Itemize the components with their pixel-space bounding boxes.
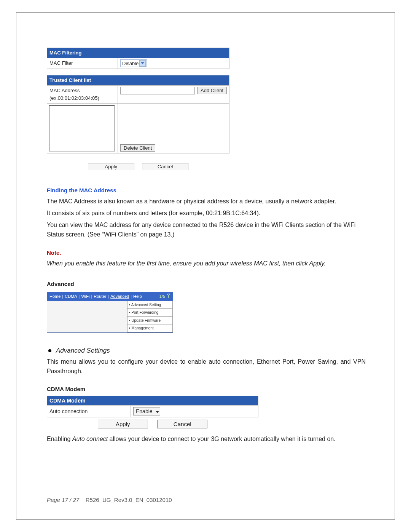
cdma-apply-button[interactable]: Apply	[98, 420, 148, 428]
nav-item: WiFi	[81, 293, 89, 300]
mac-filter-dropdown[interactable]: Disable	[120, 59, 147, 67]
add-client-button[interactable]: Add Client	[197, 87, 227, 94]
nav-item: Help	[133, 293, 142, 300]
antenna-icon	[167, 293, 170, 300]
submenu-item: • Management	[127, 324, 173, 332]
trusted-header: Trusted Client list	[47, 75, 229, 85]
note-heading: Note.	[47, 248, 366, 257]
advanced-settings-label: Advanced Settings	[56, 346, 110, 356]
mac-filter-dropdown-value: Disable	[122, 61, 139, 66]
chevron-down-icon	[156, 408, 159, 414]
cdma-after-text: Enabling Auto connect allows your device…	[47, 435, 366, 444]
nav-item: Home	[49, 293, 61, 300]
page-number: Page 17 / 27	[47, 497, 79, 503]
cdma-header: CDMA Modem	[47, 396, 258, 405]
finding-mac-p2: It consists of six pairs of numbers and …	[47, 209, 366, 218]
mac-address-input[interactable]	[120, 87, 195, 94]
mac-filtering-table: MAC Filtering MAC Filter Disable	[47, 48, 229, 69]
submenu-item: • Port Forwarding	[127, 309, 173, 317]
advanced-desc: This menu allows you to configure your d…	[47, 357, 366, 376]
bullet-icon	[48, 349, 51, 352]
auto-connection-label: Auto connection	[47, 405, 131, 417]
doc-id: R526_UG_Rev3.0_EN_03012010	[86, 497, 172, 503]
advanced-heading: Advanced	[47, 280, 366, 288]
svg-marker-0	[141, 62, 144, 64]
submenu-item: • Advanced Setting	[127, 301, 173, 309]
cdma-cancel-button[interactable]: Cancel	[157, 420, 207, 428]
auto-connection-dropdown[interactable]: Enable	[133, 407, 160, 415]
delete-client-button[interactable]: Delete Client	[120, 144, 155, 152]
signal-text: 1/5	[159, 293, 165, 300]
client-listbox[interactable]	[49, 105, 115, 152]
advanced-settings-bullet: Advanced Settings	[47, 346, 366, 356]
finding-mac-heading: Finding the MAC Address	[47, 186, 366, 195]
cdma-modem-table: CDMA Modem Auto connection Enable	[47, 396, 258, 417]
cdma-subheading: CDMA Modem	[47, 385, 366, 393]
mac-filtering-header: MAC Filtering	[47, 48, 229, 58]
apply-button[interactable]: Apply	[88, 163, 134, 170]
nav-item-active: Advanced	[110, 293, 129, 300]
submenu-item: • Update Firmware	[127, 317, 173, 325]
mac-address-label: MAC Address (ex.00:01:02:03:04:05)	[47, 85, 118, 103]
note-text: When you enable this feature for the fir…	[47, 259, 366, 268]
nav-item: CDMA	[65, 293, 77, 300]
mac-filter-label: MAC Filter	[47, 58, 118, 69]
cancel-button[interactable]: Cancel	[142, 163, 188, 170]
auto-connection-value: Enable	[136, 408, 153, 414]
nav-item: Router	[94, 293, 106, 300]
nav-screenshot: Home| CDMA| WiFi| Router| Advanced | Hel…	[47, 292, 173, 333]
page-footer: Page 17 / 27 R526_UG_Rev3.0_EN_03012010	[47, 495, 172, 504]
trusted-client-table: Trusted Client list MAC Address (ex.00:0…	[47, 75, 229, 153]
svg-marker-1	[156, 411, 159, 413]
chevron-down-icon	[139, 60, 146, 67]
finding-mac-p1: The MAC Address is also known as a hardw…	[47, 197, 366, 206]
finding-mac-p3: You can view the MAC address for any dev…	[47, 220, 366, 240]
